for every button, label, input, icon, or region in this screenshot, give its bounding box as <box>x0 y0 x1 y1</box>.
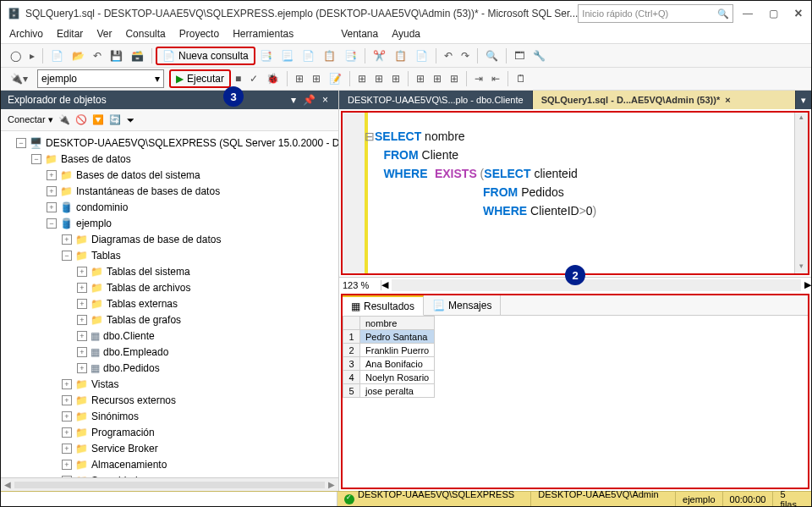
menu-editar[interactable]: Editar <box>57 28 83 40</box>
menu-herramientas[interactable]: Herramientas <box>233 28 294 40</box>
folder-icon: 📁 <box>91 282 103 294</box>
sql-editor[interactable]: ⊟SELECT nombre FROM Cliente WHERE EXISTS… <box>343 113 808 273</box>
template-btn-4[interactable]: 📋 <box>320 47 339 65</box>
tree-server: −🖥️DESKTOP-UAAE5VQ\SQLEXPRESS (SQL Serve… <box>1 135 338 151</box>
save-all-button[interactable]: 🗃️ <box>128 47 147 65</box>
collapse-icon[interactable]: − <box>16 138 26 148</box>
undo-button[interactable]: ↶ <box>441 47 456 65</box>
tree-databases: −📁Bases de datos <box>1 151 338 167</box>
paste-button[interactable]: 📄 <box>412 47 431 65</box>
code-text[interactable]: ⊟SELECT nombre FROM Cliente WHERE EXISTS… <box>368 113 794 273</box>
execute-button[interactable]: ▶ Ejecutar <box>169 69 231 88</box>
dropdown-icon[interactable]: ▾ <box>291 94 296 106</box>
indent-button[interactable]: ⇥ <box>471 69 486 88</box>
table-row: 2Franklin Puerro <box>343 344 435 357</box>
nav-fwd-button[interactable]: ▸ <box>26 47 38 65</box>
refresh-icon[interactable]: 🔄 <box>109 114 121 125</box>
results-grid[interactable]: nombre 1Pedro Santana 2Franklin Puerro 3… <box>343 316 808 488</box>
toolbar-standard: ◯ ▸ 📄 📂 ↶ 💾 🗃️ 📄 Nueva consulta 📑 📃 📄 📋 … <box>1 43 811 67</box>
template-btn-5[interactable]: 📑 <box>341 47 360 65</box>
disconnect-icon[interactable]: 🚫 <box>75 114 87 125</box>
status-connection: DESKTOP-UAAE5VQ\SQLEXPRESS ... <box>337 492 531 506</box>
results-grid-button[interactable]: ⊞ <box>309 69 324 88</box>
column-header-nombre[interactable]: nombre <box>360 317 435 330</box>
quick-launch-search[interactable]: Inicio rápido (Ctrl+Q) 🔍 <box>578 4 733 23</box>
status-bar: DESKTOP-UAAE5VQ\SQLEXPRESS ... DESKTOP-U… <box>1 491 811 506</box>
copy-button[interactable]: 📋 <box>391 47 410 65</box>
folder-icon: 📁 <box>60 169 73 181</box>
folder-icon: 📁 <box>75 394 88 406</box>
tab-resultados[interactable]: ▦ Resultados <box>343 295 424 316</box>
connect-dropdown[interactable]: 🔌▾ <box>7 69 31 88</box>
template-btn-2[interactable]: 📃 <box>277 47 297 65</box>
database-icon: 🛢️ <box>60 218 73 229</box>
status-user: DESKTOP-UAAE5VQ\Admin ... <box>531 492 676 506</box>
table-icon: ▦ <box>91 346 100 358</box>
zoom-level[interactable]: 123 % <box>339 280 381 290</box>
undo-arrow-icon[interactable]: ↶ <box>90 47 105 65</box>
restore-button[interactable]: ▢ <box>767 8 779 19</box>
opt-btn-1[interactable]: ⊞ <box>354 69 370 88</box>
template-btn-1[interactable]: 📑 <box>256 47 276 65</box>
table-row: 1Pedro Santana <box>343 330 435 344</box>
tree-tables: −📁Tablas <box>1 247 338 263</box>
database-icon: 🛢️ <box>60 201 73 213</box>
callout-3: 3 <box>223 86 244 107</box>
new-query-button[interactable]: 📄 Nueva consulta <box>156 47 255 65</box>
close-button[interactable]: × <box>793 6 804 21</box>
menu-ver[interactable]: Ver <box>96 28 112 40</box>
tree-filetables: +📁Tablas de archivos <box>1 279 338 295</box>
filter-icon[interactable]: 🔽 <box>92 114 104 125</box>
redo-button[interactable]: ↷ <box>458 47 473 65</box>
parse-button[interactable]: ✓ <box>246 69 261 88</box>
object-tree[interactable]: −🖥️DESKTOP-UAAE5VQ\SQLEXPRESS (SQL Serve… <box>1 131 338 477</box>
open-button[interactable]: 📂 <box>69 47 88 65</box>
menu-ayuda[interactable]: Ayuda <box>392 28 420 40</box>
opt-btn-3[interactable]: ⊞ <box>388 69 403 88</box>
close-panel-button[interactable]: × <box>322 94 328 106</box>
menu-ventana[interactable]: Ventana <box>341 28 378 40</box>
include-plan-button[interactable]: ⊞ <box>292 69 307 88</box>
opt-btn-2[interactable]: ⊞ <box>371 69 387 88</box>
pin-icon[interactable]: 📌 <box>303 94 315 106</box>
opt-btn-6[interactable]: ⊞ <box>447 69 462 88</box>
opt-btn-5[interactable]: ⊞ <box>430 69 445 88</box>
database-selector[interactable]: ejemplo ▾ <box>37 69 164 88</box>
new-button[interactable]: 📄 <box>47 47 67 65</box>
results-tabs: ▦ Resultados 📃 Mensajes <box>343 295 808 316</box>
connect-button[interactable]: Conectar ▾ <box>8 114 53 125</box>
menu-bar: Archivo Editar Ver Consulta Proyecto Her… <box>1 26 811 43</box>
menu-consulta[interactable]: Consulta <box>125 28 165 40</box>
stop-button[interactable]: ■ <box>232 69 244 88</box>
filter2-icon[interactable]: ⏷ <box>126 115 135 125</box>
opt-btn-4[interactable]: ⊞ <box>413 69 428 88</box>
minimize-button[interactable]: — <box>742 8 754 19</box>
find-button[interactable]: 🔍 <box>482 47 502 65</box>
debug-button[interactable]: 🐞 <box>263 69 283 88</box>
properties-button[interactable]: 🔧 <box>529 47 549 65</box>
tab-mensajes[interactable]: 📃 Mensajes <box>424 295 501 315</box>
tab-sqlquery1[interactable]: SQLQuery1.sql - D...AE5VQ\Admin (53))* × <box>533 91 796 109</box>
nav-back-button[interactable]: ◯ <box>7 47 25 65</box>
results-text-button[interactable]: 📝 <box>326 69 345 88</box>
window-buttons: — ▢ × <box>742 6 804 21</box>
tab-overflow-icon[interactable]: ▾ <box>796 91 811 109</box>
menu-archivo[interactable]: Archivo <box>9 28 43 40</box>
comment-button[interactable]: 🗒 <box>513 69 529 88</box>
table-icon: ▦ <box>91 362 100 374</box>
status-rows: 5 filas <box>773 492 811 506</box>
horizontal-scrollbar[interactable]: ◀▶ <box>1 477 338 491</box>
tree-snapshots: +📁Instantáneas de bases de datos <box>1 183 338 199</box>
close-tab-icon[interactable]: × <box>725 95 730 105</box>
connect-icon[interactable]: 🔌 <box>58 114 70 125</box>
tree-graphtables: +📁Tablas de grafos <box>1 311 338 328</box>
save-button[interactable]: 💾 <box>107 47 126 65</box>
template-btn-3[interactable]: 📄 <box>299 47 318 65</box>
menu-proyecto[interactable]: Proyecto <box>179 28 219 40</box>
tab-dbo-cliente[interactable]: DESKTOP-UAAE5VQ\S...plo - dbo.Cliente <box>339 91 533 109</box>
vertical-scrollbar[interactable]: ▴▾ <box>794 113 808 273</box>
outdent-button[interactable]: ⇤ <box>488 69 503 88</box>
cut-button[interactable]: ✂️ <box>370 47 389 65</box>
folder-icon: 📁 <box>91 266 103 278</box>
solution-explorer-button[interactable]: 🗔 <box>511 47 528 65</box>
